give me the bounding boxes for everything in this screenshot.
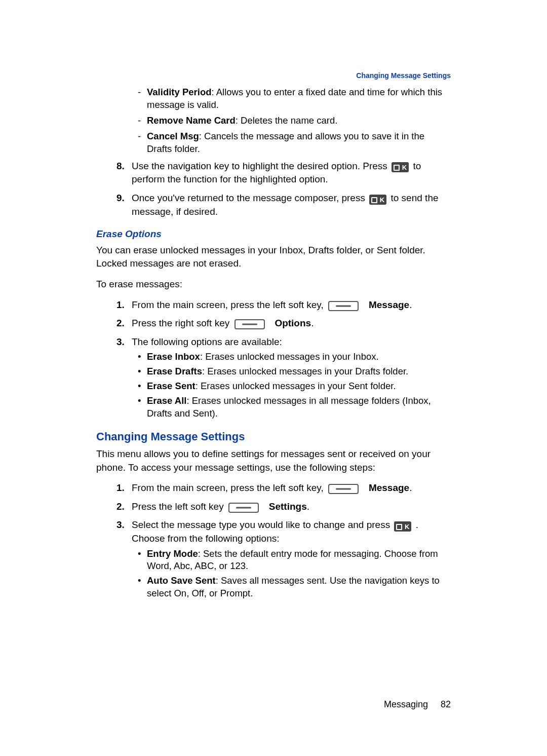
chapter-name: Messaging	[384, 699, 428, 709]
erase-intro: You can erase unlocked messages in your …	[96, 244, 451, 271]
list-item: Validity Period: Allows you to enter a f…	[147, 86, 451, 111]
list-item: Erase All: Erases unlocked messages in a…	[147, 395, 451, 420]
desc: : Erases unlocked messages in your Draft…	[202, 366, 408, 376]
changing-step-2: Press the left soft key Settings.	[132, 500, 451, 514]
page-footer: Messaging 82	[384, 698, 451, 710]
text: Press the right soft key	[132, 318, 232, 328]
term: Erase Inbox	[147, 351, 200, 362]
term: Cancel Msg	[147, 131, 199, 141]
term: Validity Period	[147, 87, 212, 97]
term: Remove Name Card	[147, 115, 236, 126]
softkey-label: Message	[369, 299, 409, 310]
desc: : Erases unlocked messages in your Sent …	[196, 381, 396, 391]
text: Select the message type you would like t…	[132, 519, 393, 530]
list-item: Erase Sent: Erases unlocked messages in …	[147, 380, 451, 393]
erase-step-2: Press the right soft key Options.	[132, 317, 451, 330]
softkey-icon	[235, 319, 265, 329]
ok-key-icon	[369, 195, 386, 205]
softkey-label: Options	[275, 318, 311, 328]
erase-steps: From the main screen, press the left sof…	[96, 298, 451, 421]
text: Press the left soft key	[132, 501, 226, 512]
step-9: Once you've returned to the message comp…	[132, 192, 451, 218]
list-item: Erase Drafts: Erases unlocked messages i…	[147, 365, 451, 378]
running-head: Changing Message Settings	[356, 71, 451, 81]
page-content: Validity Period: Allows you to enter a f…	[96, 86, 451, 600]
list-item: Cancel Msg: Cancels the message and allo…	[147, 130, 451, 156]
list-item: Remove Name Card: Deletes the name card.	[147, 115, 451, 127]
ok-key-icon	[394, 521, 411, 532]
manual-page: Changing Message Settings Validity Perio…	[0, 0, 547, 756]
option-sub-list: Validity Period: Allows you to enter a f…	[96, 86, 451, 156]
term: Erase Sent	[147, 381, 196, 391]
softkey-icon	[328, 301, 359, 311]
text: From the main screen, press the left sof…	[132, 482, 326, 493]
term: Entry Mode	[147, 548, 198, 559]
ok-key-icon	[392, 162, 409, 172]
text: From the main screen, press the left sof…	[132, 299, 326, 310]
term: Erase Drafts	[147, 366, 202, 376]
text: The following options are available:	[132, 336, 282, 347]
changing-step-1: From the main screen, press the left sof…	[132, 481, 451, 495]
step-8: Use the navigation key to highlight the …	[132, 160, 451, 186]
softkey-icon	[228, 503, 259, 513]
softkey-icon	[328, 484, 359, 494]
desc: : Erases unlocked messages in all messag…	[147, 395, 431, 419]
list-item: Auto Save Sent: Saves all messages sent.…	[147, 575, 451, 600]
numbered-steps: Use the navigation key to highlight the …	[96, 160, 451, 218]
changing-intro: This menu allows you to define settings …	[96, 447, 451, 474]
text: Once you've returned to the message comp…	[132, 193, 368, 203]
desc: : Deletes the name card.	[236, 115, 338, 126]
term: Erase All	[147, 395, 187, 406]
text: .	[311, 318, 314, 328]
erase-lead: To erase messages:	[96, 278, 451, 291]
softkey-label: Settings	[269, 501, 307, 512]
text: .	[307, 501, 309, 512]
changing-step-3: Select the message type you would like t…	[132, 518, 451, 600]
text: .	[409, 299, 412, 310]
erase-step-3: The following options are available: Era…	[132, 335, 451, 420]
list-item: Entry Mode: Sets the default entry mode …	[147, 548, 451, 573]
heading-changing-message-settings: Changing Message Settings	[96, 429, 451, 444]
desc: : Erases unlocked messages in your Inbox…	[200, 351, 379, 362]
text: .	[409, 482, 412, 493]
heading-erase-options: Erase Options	[96, 228, 451, 241]
changing-sub-options: Entry Mode: Sets the default entry mode …	[132, 548, 451, 600]
page-number: 82	[441, 699, 451, 709]
changing-steps: From the main screen, press the left sof…	[96, 481, 451, 600]
list-item: Erase Inbox: Erases unlocked messages in…	[147, 351, 451, 363]
erase-sub-options: Erase Inbox: Erases unlocked messages in…	[132, 351, 451, 420]
erase-step-1: From the main screen, press the left sof…	[132, 298, 451, 312]
text: Use the navigation key to highlight the …	[132, 161, 390, 171]
softkey-label: Message	[369, 482, 409, 493]
term: Auto Save Sent	[147, 575, 216, 586]
